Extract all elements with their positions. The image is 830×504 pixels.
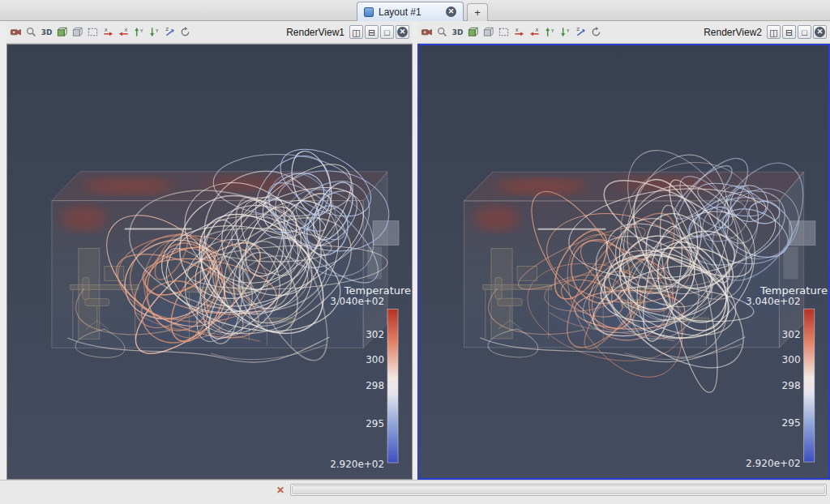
split-vertical-button[interactable]: ⊟: [782, 25, 796, 39]
colorbar-tick: 302: [782, 329, 801, 340]
new-layout-tab-button[interactable]: +: [467, 3, 488, 21]
svg-text:X: X: [105, 28, 108, 32]
view-plus-z-icon[interactable]: Z: [574, 25, 588, 40]
colorbar-title: Temperature: [759, 284, 828, 297]
render-scene[interactable]: Temperature 3.040e+02 302 300 298 295 2.…: [7, 45, 412, 479]
svg-text:Y: Y: [155, 28, 159, 33]
select-region-icon[interactable]: [86, 25, 101, 40]
colorbar-max-label: 3.040e+02: [746, 296, 801, 307]
view-minus-x-icon[interactable]: X: [528, 25, 542, 40]
zoom-to-box-icon[interactable]: [466, 25, 481, 40]
colorbar-gradient: [387, 309, 398, 463]
view-toolbar: 3DXXYYZ: [420, 25, 604, 40]
close-view-button[interactable]: ✕: [396, 25, 409, 39]
split-vertical-button[interactable]: ⊟: [365, 25, 379, 39]
svg-text:3D: 3D: [41, 28, 53, 36]
adjust-camera-icon[interactable]: [9, 25, 24, 40]
colorbar-min-label: 2.920e+02: [330, 459, 384, 470]
colorbar-tick: 302: [366, 329, 384, 340]
rotate-90-icon[interactable]: [589, 25, 604, 40]
close-panel-button[interactable]: ✕: [274, 484, 287, 497]
view-minus-y-icon[interactable]: Y: [148, 25, 162, 40]
svg-text:X: X: [516, 28, 519, 32]
colorbar-tick: 300: [782, 354, 801, 365]
view-title: RenderView1: [286, 27, 344, 38]
split-horizontal-button[interactable]: ◫: [767, 25, 781, 39]
view-plus-x-icon[interactable]: X: [101, 25, 116, 40]
svg-text:Y: Y: [550, 28, 554, 33]
rotate-90-icon[interactable]: [178, 25, 193, 40]
select-region-icon[interactable]: [497, 25, 511, 40]
close-panel-icon: ✕: [276, 485, 285, 496]
view-toolbar: 3DXXYYZ: [9, 25, 193, 40]
horizontal-scrollbar[interactable]: [290, 484, 827, 496]
render-scene[interactable]: Temperature 3.040e+02 302 300 298 295 2.…: [419, 45, 828, 478]
view-window-buttons: ◫ ⊟ □ ✕: [349, 25, 410, 39]
maximize-icon: □: [802, 27, 807, 38]
split-vertical-icon: ⊟: [368, 27, 375, 38]
colorbar-tick: 298: [366, 380, 384, 391]
colorbar-tick: 300: [366, 354, 384, 365]
paraview-layout-window: Layout #1 ✕ + 3DXXYYZ RenderView1 ◫ ⊟ □ …: [0, 0, 830, 504]
split-vertical-icon: ⊟: [785, 27, 793, 38]
split-horizontal-icon: ◫: [352, 27, 360, 38]
maximize-icon: □: [384, 27, 390, 38]
toggle-3d-icon[interactable]: 3D: [40, 25, 54, 40]
close-view-icon: ✕: [815, 27, 825, 37]
colorbar-tick: 295: [366, 418, 384, 429]
view-plus-y-icon[interactable]: Y: [543, 25, 558, 40]
split-horizontal-icon: ◫: [769, 27, 777, 38]
svg-text:Z: Z: [165, 27, 169, 32]
view-plus-z-icon[interactable]: Z: [163, 25, 178, 40]
view-minus-y-icon[interactable]: Y: [558, 25, 573, 40]
view-plus-x-icon[interactable]: X: [512, 25, 527, 40]
colorbar-min-label: 2.920e+02: [746, 458, 801, 469]
maximize-view-button[interactable]: □: [380, 25, 394, 39]
layout-icon: [364, 7, 374, 17]
reset-camera-icon[interactable]: [71, 25, 85, 40]
zoom-to-data-icon[interactable]: [435, 25, 450, 40]
layout-tab-bar: Layout #1 ✕ +: [0, 0, 830, 21]
close-view-icon: ✕: [397, 27, 408, 37]
split-horizontal-button[interactable]: ◫: [349, 25, 363, 39]
zoom-to-data-icon[interactable]: [24, 25, 39, 40]
colorbar-max-label: 3.040e+02: [330, 296, 384, 307]
svg-text:X: X: [535, 28, 538, 32]
close-view-button[interactable]: ✕: [813, 25, 827, 39]
colorbar-gradient: [804, 309, 815, 462]
plus-icon: +: [474, 6, 481, 19]
colorbar-title: Temperature: [344, 284, 411, 297]
bottom-bar: ✕: [0, 480, 830, 504]
view-plus-y-icon[interactable]: Y: [132, 25, 147, 40]
tab-label: Layout #1: [379, 6, 441, 18]
scrollbar-thumb[interactable]: [292, 485, 825, 494]
adjust-camera-icon[interactable]: [420, 25, 434, 40]
view-minus-x-icon[interactable]: X: [117, 25, 131, 40]
view-window-buttons: ◫ ⊟ □ ✕: [767, 25, 828, 39]
colorbar-tick: 298: [782, 380, 801, 391]
svg-text:X: X: [124, 28, 127, 32]
render-view-2-header: 3DXXYYZ RenderView2 ◫ ⊟ □ ✕: [417, 21, 830, 44]
svg-text:Z: Z: [576, 27, 580, 32]
maximize-view-button[interactable]: □: [798, 25, 811, 39]
tab-layout-1[interactable]: Layout #1 ✕: [357, 2, 464, 21]
view-title: RenderView2: [704, 27, 762, 38]
reset-camera-icon[interactable]: [481, 25, 496, 40]
zoom-to-box-icon[interactable]: [55, 25, 70, 40]
svg-text:Y: Y: [566, 28, 570, 33]
render-view-1[interactable]: Temperature 3.040e+02 302 300 298 295 2.…: [6, 44, 413, 480]
colorbar-tick: 295: [782, 417, 801, 429]
svg-text:3D: 3D: [452, 28, 464, 36]
svg-text:Y: Y: [139, 28, 143, 33]
toggle-3d-icon[interactable]: 3D: [451, 25, 465, 40]
render-view-1-header: 3DXXYYZ RenderView1 ◫ ⊟ □ ✕: [6, 21, 413, 44]
tab-close-icon[interactable]: ✕: [446, 6, 456, 17]
render-view-2[interactable]: Temperature 3.040e+02 302 300 298 295 2.…: [417, 44, 830, 480]
